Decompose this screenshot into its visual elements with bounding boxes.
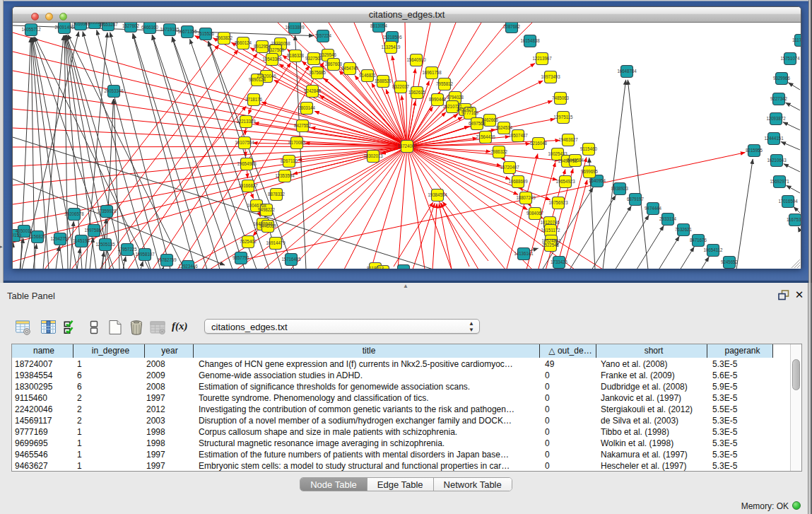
graph-node-label: 439159 (13, 233, 21, 238)
table-cell: 1998 (145, 426, 194, 438)
scrollbar-thumb[interactable] (792, 359, 800, 390)
table-source-dropdown[interactable]: citations_edges.txt ▲▼ (204, 319, 480, 334)
graph-edge (794, 207, 800, 214)
graph-node-label: 17957225 (117, 247, 136, 252)
close-panel-button[interactable]: ✕ (794, 288, 805, 300)
table-cell: Stergiakouli et al. (2012) (596, 404, 707, 415)
graph-node-label: 17016504 (778, 199, 797, 204)
graph-node-label: 7632621 (675, 227, 692, 232)
column-header-out_de[interactable]: △ out_de… (540, 344, 596, 358)
graph-node-label: 10973493 (541, 74, 560, 79)
table-cell: 0 (540, 438, 596, 449)
graph-node-label: 9227342 (770, 96, 787, 101)
graph-node-label: 8170083 (288, 140, 305, 145)
import-table-disabled-button[interactable] (149, 319, 167, 337)
column-header-year[interactable]: year (145, 344, 194, 358)
row-pair-button[interactable] (86, 319, 104, 337)
graph-node-label: 1167533 (787, 217, 801, 222)
table-cell: Genome-wide association studies in ADHD. (194, 370, 540, 381)
delete-button[interactable] (128, 319, 146, 337)
column-header-in_degree[interactable]: in_degree (73, 344, 145, 358)
table-row[interactable]: 2242004622012Investigating the contribut… (12, 404, 773, 415)
graph-edge (736, 159, 753, 269)
table-cell: 5.3E-5 (707, 438, 773, 449)
graph-edge (172, 37, 245, 269)
network-window-titlebar[interactable]: citations_edges.txt (13, 7, 801, 23)
new-file-button[interactable] (107, 319, 125, 337)
graph-node-label: 15716485 (281, 257, 300, 262)
graph-edge (407, 23, 532, 146)
graph-node-label: 6216048 (530, 141, 547, 146)
control-panel-collapsed-strip[interactable]: ▸ (0, 0, 4, 283)
graph-edge (787, 185, 800, 193)
table-cell: 2 (73, 404, 145, 415)
table-cell: 1997 (145, 392, 194, 404)
tab-edge-table[interactable]: Edge Table (367, 478, 434, 491)
expand-arrow-icon[interactable]: ▸ (0, 244, 3, 250)
graph-node-label: 1117364 (792, 37, 801, 42)
graph-edge (433, 204, 437, 269)
graph-node-label: 7625402 (240, 239, 257, 244)
table-cell: 0 (540, 404, 596, 415)
table-cell: 0 (540, 449, 596, 460)
table-cell: 2003 (145, 415, 194, 426)
table-cell: 5.3E-5 (707, 460, 773, 472)
table-row[interactable]: 1830029562008Estimation of significance … (12, 381, 773, 392)
table-row[interactable]: 1872400712008Changes of HCN gene express… (12, 358, 773, 370)
network-view-window[interactable]: citations_edges.txt 14055712200914061905… (12, 6, 801, 269)
function-builder-button[interactable]: f(x) (172, 320, 194, 336)
table-cell: Yano et al. (2008) (596, 358, 707, 370)
graph-node-label: 10653287 (98, 23, 117, 27)
graph-node-label: 12923446 (178, 264, 197, 269)
table-row[interactable]: 1456911722003Disruption of a novel membe… (12, 415, 773, 426)
table-row[interactable]: 946554611997Estimation of the future num… (12, 449, 773, 460)
column-header-name[interactable]: name (12, 344, 73, 358)
tab-node-table[interactable]: Node Table (300, 478, 367, 491)
column-header-short[interactable]: short (596, 344, 707, 358)
table-row[interactable]: 969969511998Structural magnetic resonanc… (12, 438, 773, 449)
graph-edge (290, 146, 407, 269)
table-row[interactable]: 911546021997Tourette syndrome. Phenomeno… (12, 392, 773, 404)
table-settings-button[interactable] (15, 319, 33, 337)
graph-node-label: 10654112 (703, 247, 722, 252)
graph-edge (798, 227, 800, 231)
graph-node-label: 12975115 (553, 115, 572, 119)
graph-node-label: 4350018 (16, 228, 33, 233)
table-cell: 0 (540, 415, 596, 426)
graph-node-label: 16961758 (422, 70, 441, 75)
table-row[interactable]: 977716911998Corpus callosum shape and si… (12, 426, 773, 438)
network-canvas[interactable]: 1405571220091406190599631003389410653287… (13, 23, 801, 269)
table-cell: 1 (73, 460, 145, 472)
graph-node-label: 8813054 (370, 23, 387, 28)
column-header-title[interactable]: title (194, 344, 540, 358)
table-vertical-scrollbar[interactable] (790, 344, 801, 471)
graph-node-label: 15720407 (500, 165, 519, 170)
table-cell: 5.5E-5 (707, 404, 773, 415)
graph-node-label: 2803144 (298, 105, 315, 110)
edit-rows-button[interactable] (63, 319, 81, 337)
graph-node-label: 9474444 (645, 206, 661, 211)
table-row[interactable]: 946362711997Embryonic stem cells: a mode… (12, 460, 773, 472)
graph-node-label: 7515526 (197, 31, 214, 36)
table-toolbar: f(x) citations_edges.txt ▲▼ (0, 306, 812, 343)
graph-edge (371, 146, 407, 269)
graph-node-label: 2867608 (325, 62, 342, 66)
graph-edge (398, 146, 407, 269)
graph-node-label: 9498222 (258, 207, 275, 212)
graph-edge (637, 226, 664, 269)
table-cell: Embryonic stem cells: a model to study s… (194, 460, 540, 472)
column-header-pagerank[interactable]: pagerank (707, 344, 773, 358)
network-window-title: citations_edges.txt (13, 9, 801, 20)
tab-network-table[interactable]: Network Table (434, 478, 512, 491)
graph-node-label: 9242848 (304, 88, 321, 93)
graph-node-label: 8215955 (746, 148, 763, 153)
table-row[interactable]: 1938455462009Genome-wide association stu… (12, 370, 773, 381)
graph-edge (141, 262, 143, 269)
table-cell: 0 (540, 426, 596, 438)
float-panel-button[interactable] (778, 290, 789, 300)
select-columns-button[interactable] (40, 319, 59, 337)
graph-node-label: 2522546 (542, 243, 559, 247)
graph-node-label: 8267110 (281, 158, 298, 163)
application-window: ▸ citations_edges.txt 140557122009140619… (0, 0, 812, 514)
graph-node-label: 18302013 (363, 153, 382, 158)
